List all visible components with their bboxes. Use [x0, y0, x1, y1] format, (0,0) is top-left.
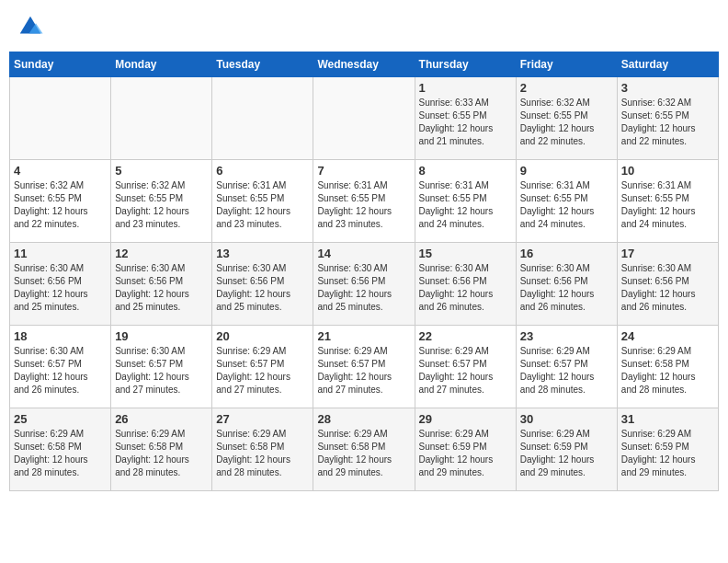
day-number: 26	[115, 412, 208, 426]
day-info: Sunrise: 6:30 AM Sunset: 6:56 PM Dayligh…	[621, 262, 714, 314]
calendar-cell: 18Sunrise: 6:30 AM Sunset: 6:57 PM Dayli…	[10, 326, 111, 408]
calendar-week-2: 4Sunrise: 6:32 AM Sunset: 6:55 PM Daylig…	[10, 160, 719, 243]
calendar-cell: 29Sunrise: 6:29 AM Sunset: 6:59 PM Dayli…	[415, 408, 516, 491]
weekday-header-thursday: Thursday	[415, 52, 516, 77]
calendar-week-3: 11Sunrise: 6:30 AM Sunset: 6:56 PM Dayli…	[10, 243, 719, 326]
calendar-cell: 27Sunrise: 6:29 AM Sunset: 6:58 PM Dayli…	[212, 408, 313, 491]
day-number: 21	[317, 329, 410, 343]
day-info: Sunrise: 6:30 AM Sunset: 6:56 PM Dayligh…	[115, 262, 208, 314]
day-number: 31	[621, 412, 714, 426]
calendar-cell: 7Sunrise: 6:31 AM Sunset: 6:55 PM Daylig…	[313, 160, 415, 243]
day-info: Sunrise: 6:32 AM Sunset: 6:55 PM Dayligh…	[520, 97, 613, 148]
day-number: 22	[419, 329, 512, 343]
day-info: Sunrise: 6:30 AM Sunset: 6:57 PM Dayligh…	[115, 345, 208, 396]
day-number: 1	[419, 81, 512, 95]
day-number: 24	[621, 329, 714, 343]
day-number: 29	[419, 412, 512, 426]
calendar-week-5: 25Sunrise: 6:29 AM Sunset: 6:58 PM Dayli…	[10, 408, 719, 491]
calendar-cell: 28Sunrise: 6:29 AM Sunset: 6:58 PM Dayli…	[313, 408, 415, 491]
day-info: Sunrise: 6:30 AM Sunset: 6:56 PM Dayligh…	[14, 262, 107, 314]
day-info: Sunrise: 6:29 AM Sunset: 6:59 PM Dayligh…	[520, 428, 613, 479]
day-number: 27	[216, 412, 309, 426]
logo	[17, 13, 48, 40]
calendar-cell: 6Sunrise: 6:31 AM Sunset: 6:55 PM Daylig…	[212, 160, 313, 243]
day-info: Sunrise: 6:30 AM Sunset: 6:56 PM Dayligh…	[419, 262, 512, 314]
logo-icon	[17, 13, 44, 40]
calendar-cell: 31Sunrise: 6:29 AM Sunset: 6:59 PM Dayli…	[617, 408, 718, 491]
day-info: Sunrise: 6:29 AM Sunset: 6:58 PM Dayligh…	[317, 428, 410, 479]
calendar-cell: 30Sunrise: 6:29 AM Sunset: 6:59 PM Dayli…	[516, 408, 617, 491]
day-number: 30	[520, 412, 613, 426]
day-number: 4	[14, 164, 107, 178]
day-info: Sunrise: 6:29 AM Sunset: 6:57 PM Dayligh…	[520, 345, 613, 396]
calendar-cell: 4Sunrise: 6:32 AM Sunset: 6:55 PM Daylig…	[10, 160, 111, 243]
day-info: Sunrise: 6:29 AM Sunset: 6:58 PM Dayligh…	[621, 345, 714, 396]
calendar-cell: 24Sunrise: 6:29 AM Sunset: 6:58 PM Dayli…	[617, 326, 718, 408]
day-info: Sunrise: 6:29 AM Sunset: 6:57 PM Dayligh…	[216, 345, 309, 396]
calendar-cell: 14Sunrise: 6:30 AM Sunset: 6:56 PM Dayli…	[313, 243, 415, 326]
day-info: Sunrise: 6:29 AM Sunset: 6:57 PM Dayligh…	[419, 345, 512, 396]
calendar-cell: 16Sunrise: 6:30 AM Sunset: 6:56 PM Dayli…	[516, 243, 617, 326]
day-number: 2	[520, 81, 613, 95]
calendar-cell: 15Sunrise: 6:30 AM Sunset: 6:56 PM Dayli…	[415, 243, 516, 326]
day-info: Sunrise: 6:30 AM Sunset: 6:56 PM Dayligh…	[216, 262, 309, 314]
calendar-cell: 11Sunrise: 6:30 AM Sunset: 6:56 PM Dayli…	[10, 243, 111, 326]
calendar-table: SundayMondayTuesdayWednesdayThursdayFrid…	[9, 52, 719, 491]
day-info: Sunrise: 6:29 AM Sunset: 6:59 PM Dayligh…	[419, 428, 512, 479]
day-number: 6	[216, 164, 309, 178]
day-info: Sunrise: 6:32 AM Sunset: 6:55 PM Dayligh…	[621, 97, 714, 148]
day-number: 16	[520, 247, 613, 260]
day-info: Sunrise: 6:33 AM Sunset: 6:55 PM Dayligh…	[419, 97, 512, 148]
day-number: 20	[216, 329, 309, 343]
calendar-cell: 22Sunrise: 6:29 AM Sunset: 6:57 PM Dayli…	[415, 326, 516, 408]
day-info: Sunrise: 6:29 AM Sunset: 6:58 PM Dayligh…	[115, 428, 208, 479]
calendar-cell: 5Sunrise: 6:32 AM Sunset: 6:55 PM Daylig…	[111, 160, 212, 243]
day-number: 10	[621, 164, 714, 178]
day-info: Sunrise: 6:31 AM Sunset: 6:55 PM Dayligh…	[621, 179, 714, 231]
day-info: Sunrise: 6:32 AM Sunset: 6:55 PM Dayligh…	[115, 179, 208, 231]
day-number: 7	[317, 164, 410, 178]
day-number: 3	[621, 81, 714, 95]
day-info: Sunrise: 6:31 AM Sunset: 6:55 PM Dayligh…	[216, 179, 309, 231]
day-number: 8	[419, 164, 512, 178]
calendar-cell: 23Sunrise: 6:29 AM Sunset: 6:57 PM Dayli…	[516, 326, 617, 408]
calendar-cell: 17Sunrise: 6:30 AM Sunset: 6:56 PM Dayli…	[617, 243, 718, 326]
calendar-cell: 25Sunrise: 6:29 AM Sunset: 6:58 PM Dayli…	[10, 408, 111, 491]
calendar-cell	[313, 77, 415, 160]
day-info: Sunrise: 6:30 AM Sunset: 6:56 PM Dayligh…	[520, 262, 613, 314]
weekday-header-saturday: Saturday	[617, 52, 718, 77]
calendar-header: SundayMondayTuesdayWednesdayThursdayFrid…	[10, 52, 719, 77]
day-info: Sunrise: 6:30 AM Sunset: 6:56 PM Dayligh…	[317, 262, 410, 314]
calendar-cell: 10Sunrise: 6:31 AM Sunset: 6:55 PM Dayli…	[617, 160, 718, 243]
day-info: Sunrise: 6:29 AM Sunset: 6:58 PM Dayligh…	[216, 428, 309, 479]
weekday-header-row: SundayMondayTuesdayWednesdayThursdayFrid…	[10, 52, 719, 77]
calendar-cell	[10, 77, 111, 160]
calendar-cell: 9Sunrise: 6:31 AM Sunset: 6:55 PM Daylig…	[516, 160, 617, 243]
weekday-header-friday: Friday	[516, 52, 617, 77]
day-number: 18	[14, 329, 107, 343]
day-info: Sunrise: 6:29 AM Sunset: 6:57 PM Dayligh…	[317, 345, 410, 396]
day-info: Sunrise: 6:29 AM Sunset: 6:58 PM Dayligh…	[14, 428, 107, 479]
day-info: Sunrise: 6:29 AM Sunset: 6:59 PM Dayligh…	[621, 428, 714, 479]
calendar-cell: 26Sunrise: 6:29 AM Sunset: 6:58 PM Dayli…	[111, 408, 212, 491]
day-number: 5	[115, 164, 208, 178]
day-number: 12	[115, 247, 208, 260]
calendar-cell: 8Sunrise: 6:31 AM Sunset: 6:55 PM Daylig…	[415, 160, 516, 243]
calendar-cell	[111, 77, 212, 160]
calendar-body: 1Sunrise: 6:33 AM Sunset: 6:55 PM Daylig…	[10, 77, 719, 491]
calendar-cell: 2Sunrise: 6:32 AM Sunset: 6:55 PM Daylig…	[516, 77, 617, 160]
day-number: 25	[14, 412, 107, 426]
day-number: 13	[216, 247, 309, 260]
day-info: Sunrise: 6:31 AM Sunset: 6:55 PM Dayligh…	[317, 179, 410, 231]
day-number: 19	[115, 329, 208, 343]
day-info: Sunrise: 6:32 AM Sunset: 6:55 PM Dayligh…	[14, 179, 107, 231]
calendar-cell: 1Sunrise: 6:33 AM Sunset: 6:55 PM Daylig…	[415, 77, 516, 160]
weekday-header-monday: Monday	[111, 52, 212, 77]
day-info: Sunrise: 6:31 AM Sunset: 6:55 PM Dayligh…	[520, 179, 613, 231]
weekday-header-sunday: Sunday	[10, 52, 111, 77]
calendar-cell: 20Sunrise: 6:29 AM Sunset: 6:57 PM Dayli…	[212, 326, 313, 408]
day-number: 28	[317, 412, 410, 426]
calendar-cell: 19Sunrise: 6:30 AM Sunset: 6:57 PM Dayli…	[111, 326, 212, 408]
day-info: Sunrise: 6:31 AM Sunset: 6:55 PM Dayligh…	[419, 179, 512, 231]
day-number: 23	[520, 329, 613, 343]
